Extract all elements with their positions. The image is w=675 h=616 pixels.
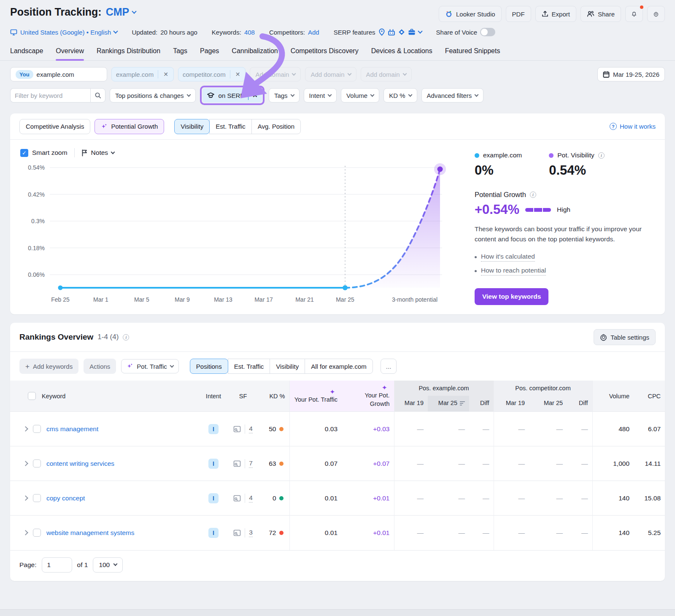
tab-est-traffic[interactable]: Est. Traffic	[209, 119, 252, 134]
column-header-pot-traffic[interactable]: ✦Your Pot. Traffic	[289, 381, 342, 412]
row-checkbox[interactable]	[33, 459, 41, 467]
page-input[interactable]	[42, 557, 72, 573]
add-domain-dropdown[interactable]: Add domain	[305, 67, 356, 81]
advanced-filters-dropdown[interactable]: Advanced filters	[421, 88, 484, 103]
nav-tab-featured-snippets[interactable]: Featured Snippets	[445, 45, 500, 60]
column-header-intent[interactable]: Intent	[200, 381, 227, 412]
subcol-competitor-mar19[interactable]: Mar 19	[494, 396, 529, 411]
serp-features-icon[interactable]	[233, 530, 241, 536]
info-icon[interactable]: i	[530, 192, 536, 198]
subcol-example-diff[interactable]: Diff	[469, 396, 494, 411]
nav-tab-devices-locations[interactable]: Devices & Locations	[371, 45, 432, 60]
tab-est-traffic[interactable]: Est. Traffic	[228, 359, 270, 374]
intent-badge[interactable]: I	[208, 528, 219, 538]
kd-dropdown[interactable]: KD %	[383, 88, 417, 103]
row-checkbox[interactable]	[33, 494, 41, 502]
intent-badge[interactable]: I	[208, 459, 219, 469]
settings-button[interactable]	[647, 6, 665, 22]
competitive-analysis-button[interactable]: Competitive Analysis	[19, 119, 90, 134]
volume-dropdown[interactable]: Volume	[341, 88, 379, 103]
info-icon[interactable]: i	[598, 152, 605, 159]
you-domain-field[interactable]: You example.com	[10, 67, 107, 81]
share-button[interactable]: Share	[580, 6, 621, 22]
on-serp-filter-chip[interactable]: on SERP ✕	[202, 88, 262, 103]
nav-tab-pages[interactable]: Pages	[200, 45, 219, 60]
keyword-link[interactable]: cms management	[46, 425, 98, 433]
column-header-sf[interactable]: SF	[227, 381, 259, 412]
column-header-keyword[interactable]: Keyword	[10, 381, 200, 412]
visibility-chart[interactable]: 0.54% 0.42% 0.3% 0.18% 0.06%	[20, 160, 455, 308]
subcol-example-mar19[interactable]: Mar 19	[394, 396, 428, 411]
keyword-link[interactable]: copy concept	[46, 494, 85, 502]
tab-positions[interactable]: Positions	[190, 359, 228, 374]
looker-studio-button[interactable]: Looker Studio	[439, 6, 502, 22]
tab-visibility[interactable]: Visibility	[174, 119, 210, 134]
competitors-add-link[interactable]: Add	[308, 29, 319, 36]
how-calculated-link[interactable]: How it's calculated	[481, 253, 535, 262]
domain-chip-competitor[interactable]: competitor.com ✕	[178, 67, 246, 81]
domain-chip-example[interactable]: example.com ✕	[111, 67, 174, 81]
row-checkbox[interactable]	[33, 529, 41, 537]
keywords-count-link[interactable]: 408	[244, 29, 255, 36]
pdf-button[interactable]: PDF	[506, 6, 531, 22]
remove-filter-icon[interactable]: ✕	[252, 92, 258, 99]
expand-row-icon[interactable]	[23, 530, 28, 536]
column-header-pot-growth[interactable]: ✦Your Pot. Growth	[342, 381, 394, 412]
subcol-competitor-mar25[interactable]: Mar 25	[529, 396, 567, 411]
export-button[interactable]: Export	[535, 6, 576, 22]
sf-count[interactable]: 4	[249, 425, 253, 433]
share-of-voice-toggle[interactable]	[480, 28, 495, 36]
column-header-volume[interactable]: Volume	[592, 381, 634, 412]
column-header-cpc[interactable]: CPC	[634, 381, 665, 412]
intent-dropdown[interactable]: Intent	[304, 88, 337, 103]
expand-row-icon[interactable]	[23, 426, 28, 432]
search-button[interactable]	[90, 88, 105, 103]
keyword-link[interactable]: website management systems	[46, 529, 134, 537]
per-page-select[interactable]: 100	[93, 557, 123, 573]
tab-visibility[interactable]: Visibility	[270, 359, 305, 374]
notifications-button[interactable]	[625, 6, 643, 22]
nav-tab-landscape[interactable]: Landscape	[10, 45, 43, 60]
serp-features[interactable]: SERP features	[334, 28, 422, 36]
subcol-competitor-diff[interactable]: Diff	[567, 396, 592, 411]
sf-count[interactable]: 3	[249, 529, 253, 537]
project-selector[interactable]: CMP	[106, 6, 136, 18]
nav-tab-overview[interactable]: Overview	[56, 45, 84, 60]
actions-button[interactable]: Actions	[84, 359, 116, 374]
view-top-keywords-button[interactable]: View top keywords	[475, 288, 548, 305]
serp-features-icon[interactable]	[233, 495, 241, 502]
tab-avg-position[interactable]: Avg. Position	[251, 119, 301, 134]
table-settings-button[interactable]: Table settings	[594, 329, 656, 345]
nav-tab-competitors-discovery[interactable]: Competitors Discovery	[291, 45, 359, 60]
add-keywords-button[interactable]: + Add keywords	[19, 359, 78, 374]
column-header-kd[interactable]: KD %	[259, 381, 289, 412]
pot-traffic-dropdown[interactable]: Pot. Traffic	[121, 359, 178, 373]
intent-badge[interactable]: I	[208, 424, 219, 434]
expand-row-icon[interactable]	[23, 461, 28, 466]
info-icon[interactable]: i	[123, 334, 129, 340]
date-range-picker[interactable]: Mar 19-25, 2026	[597, 67, 665, 81]
potential-growth-button[interactable]: Potential Growth	[94, 119, 164, 134]
nav-tab-cannibalization[interactable]: Cannibalization	[232, 45, 278, 60]
add-domain-dropdown[interactable]: Add domain	[361, 67, 412, 81]
add-domain-dropdown[interactable]: Add domain	[250, 67, 301, 81]
how-it-works-link[interactable]: ? How it works	[610, 123, 656, 130]
subcol-example-mar25[interactable]: Mar 25	[428, 396, 469, 411]
smart-zoom-checkbox[interactable]: ✓	[20, 149, 28, 157]
location-selector[interactable]: United States (Google) • English	[10, 29, 117, 36]
tags-dropdown[interactable]: Tags	[269, 88, 300, 103]
row-checkbox[interactable]	[33, 425, 41, 433]
keyword-filter-input[interactable]	[10, 88, 90, 103]
tab-all-for-example[interactable]: All for example.com	[305, 359, 373, 374]
reach-potential-link[interactable]: How to reach potential	[481, 267, 546, 276]
serp-features-icon[interactable]	[233, 426, 241, 432]
expand-row-icon[interactable]	[23, 495, 28, 501]
sf-count[interactable]: 7	[249, 459, 253, 468]
remove-domain-icon[interactable]: ✕	[235, 71, 241, 78]
more-tabs-button[interactable]: ...	[381, 359, 397, 374]
top-positions-dropdown[interactable]: Top positions & changes	[110, 88, 196, 103]
sf-count[interactable]: 4	[249, 494, 253, 503]
nav-tab-rankings-distribution[interactable]: Rankings Distribution	[97, 45, 160, 60]
notes-dropdown[interactable]: Notes	[81, 149, 115, 157]
keyword-link[interactable]: content writing services	[46, 460, 114, 467]
